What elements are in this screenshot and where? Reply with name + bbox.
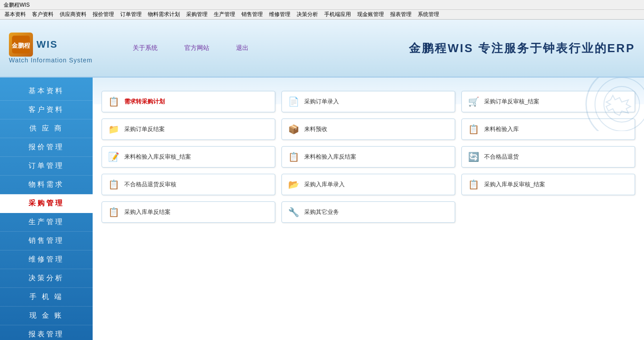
header-nav-item-2[interactable]: 退出 xyxy=(236,44,249,52)
func-button-btn9[interactable]: 🔄不合格品退货 xyxy=(461,146,635,168)
header-nav-item-1[interactable]: 官方网站 xyxy=(184,44,209,52)
func-label-btn9: 不合格品退货 xyxy=(484,153,519,161)
menu-item-0[interactable]: 基本资料 xyxy=(2,10,29,19)
header-nav-item-0[interactable]: 关于系统 xyxy=(133,44,158,52)
func-button-btn10[interactable]: 📋不合格品退货反审核 xyxy=(102,174,275,195)
func-icon-btn3: 🛒 xyxy=(467,95,480,108)
menu-item-10[interactable]: 决策分析 xyxy=(294,10,321,19)
bg-decoration xyxy=(510,78,644,131)
sidebar-item-5[interactable]: 物料需求 xyxy=(0,176,93,194)
menu-item-13[interactable]: 报表管理 xyxy=(387,10,414,19)
sidebar-item-6[interactable]: 采购管理 xyxy=(0,194,93,213)
menu-item-14[interactable]: 系统管理 xyxy=(415,10,442,19)
func-icon-btn8: 📋 xyxy=(287,151,300,163)
func-label-btn11: 采购入库单录入 xyxy=(304,180,345,188)
titlebar-text: 金鹏程WIS xyxy=(4,2,30,8)
func-button-btn14[interactable]: 🔧采购其它业务 xyxy=(281,201,455,223)
func-icon-btn13: 📋 xyxy=(107,206,120,218)
sidebar-item-7[interactable]: 生产管理 xyxy=(0,213,93,232)
sidebar-item-8[interactable]: 销售管理 xyxy=(0,232,93,250)
func-icon-btn5: 📦 xyxy=(287,123,300,135)
func-button-btn5[interactable]: 📦来料预收 xyxy=(281,119,455,140)
func-icon-btn11: 📂 xyxy=(287,178,300,191)
func-icon-btn2: 📄 xyxy=(287,95,300,108)
func-label-btn4: 采购订单反结案 xyxy=(124,125,165,133)
header-left: 金鹏程 WIS Watch Information System 关于系统官方网… xyxy=(9,33,249,64)
sidebar-item-13[interactable]: 报表管理 xyxy=(0,325,93,340)
sidebar-item-10[interactable]: 决策分析 xyxy=(0,269,93,288)
func-icon-btn9: 🔄 xyxy=(467,151,480,163)
func-button-btn12[interactable]: 📋采购入库单反审核_结案 xyxy=(461,174,635,195)
main-container: 基本资料客户资料供 应 商报价管理订单管理物料需求采购管理生产管理销售管理维修管… xyxy=(0,78,644,340)
func-icon-btn14: 🔧 xyxy=(287,206,300,218)
titlebar: 金鹏程WIS xyxy=(0,0,644,10)
menu-item-5[interactable]: 物料需求计划 xyxy=(145,10,183,19)
svg-point-3 xyxy=(595,78,644,131)
header-nav: 关于系统官方网站退出 xyxy=(133,44,249,52)
menubar: 基本资料客户资料供应商资料报价管理订单管理物料需求计划采购管理生产管理销售管理维… xyxy=(0,10,644,20)
logo-icon: 金鹏程 xyxy=(9,33,33,57)
sidebar-item-9[interactable]: 维修管理 xyxy=(0,250,93,269)
svg-text:金鹏程: 金鹏程 xyxy=(12,42,30,49)
svg-point-4 xyxy=(604,86,640,122)
func-icon-btn10: 📋 xyxy=(107,178,120,191)
header-brand: 金鹏程WIS 专注服务于钟表行业的ERP xyxy=(409,41,635,56)
menu-item-9[interactable]: 维修管理 xyxy=(266,10,293,19)
menu-item-7[interactable]: 生产管理 xyxy=(211,10,238,19)
func-label-btn14: 采购其它业务 xyxy=(304,208,339,216)
func-button-btn13[interactable]: 📋采购入库单反结案 xyxy=(102,201,275,223)
sidebar-item-3[interactable]: 报价管理 xyxy=(0,138,93,157)
content-panel: 📋需求转采购计划📄采购订单录入🛒采购订单反审核_结案📁采购订单反结案📦来料预收📋… xyxy=(93,78,644,340)
func-label-btn13: 采购入库单反结案 xyxy=(124,208,171,216)
func-label-btn10: 不合格品退货反审核 xyxy=(124,180,176,188)
func-button-btn2[interactable]: 📄采购订单录入 xyxy=(281,91,455,112)
func-icon-btn7: 📝 xyxy=(107,151,120,163)
menu-item-4[interactable]: 订单管理 xyxy=(118,10,144,19)
header-title-area: WIS xyxy=(37,39,58,50)
sidebar-item-2[interactable]: 供 应 商 xyxy=(0,119,93,138)
menu-item-12[interactable]: 现金账管理 xyxy=(355,10,387,19)
header-logo-area: 金鹏程 WIS Watch Information System xyxy=(9,33,93,64)
func-button-btn7[interactable]: 📝来料检验入库反审核_结案 xyxy=(102,146,275,168)
func-button-btn1[interactable]: 📋需求转采购计划 xyxy=(102,91,275,112)
menu-item-8[interactable]: 销售管理 xyxy=(239,10,265,19)
menu-item-3[interactable]: 报价管理 xyxy=(90,10,117,19)
func-label-btn5: 来料预收 xyxy=(304,125,327,133)
wis-label: WIS xyxy=(37,39,58,50)
menu-item-2[interactable]: 供应商资料 xyxy=(57,10,89,19)
sidebar-item-4[interactable]: 订单管理 xyxy=(0,157,93,176)
sidebar-item-1[interactable]: 客户资料 xyxy=(0,101,93,119)
func-label-btn8: 来料检验入库反结案 xyxy=(304,153,356,161)
func-button-btn11[interactable]: 📂采购入库单录入 xyxy=(281,174,455,195)
menu-item-11[interactable]: 手机端应用 xyxy=(322,10,354,19)
func-icon-btn1: 📋 xyxy=(107,95,120,108)
func-label-btn2: 采购订单录入 xyxy=(304,98,339,106)
sidebar-item-11[interactable]: 手 机 端 xyxy=(0,288,93,307)
func-icon-btn12: 📋 xyxy=(467,178,480,191)
header: 金鹏程 WIS Watch Information System 关于系统官方网… xyxy=(0,20,644,78)
menu-item-1[interactable]: 客户资料 xyxy=(29,10,56,19)
header-subtitle: Watch Information System xyxy=(9,57,93,64)
menu-item-6[interactable]: 采购管理 xyxy=(183,10,210,19)
sidebar-item-12[interactable]: 现 金 账 xyxy=(0,307,93,325)
func-label-btn1: 需求转采购计划 xyxy=(124,98,165,106)
func-button-btn8[interactable]: 📋来料检验入库反结案 xyxy=(281,146,455,168)
func-icon-btn6: 📋 xyxy=(467,123,480,135)
func-icon-btn4: 📁 xyxy=(107,123,120,135)
func-label-btn12: 采购入库单反审核_结案 xyxy=(484,180,545,188)
func-label-btn7: 来料检验入库反审核_结案 xyxy=(124,153,191,161)
sidebar-item-0[interactable]: 基本资料 xyxy=(0,82,93,101)
func-button-btn4[interactable]: 📁采购订单反结案 xyxy=(102,119,275,140)
sidebar: 基本资料客户资料供 应 商报价管理订单管理物料需求采购管理生产管理销售管理维修管… xyxy=(0,78,93,340)
